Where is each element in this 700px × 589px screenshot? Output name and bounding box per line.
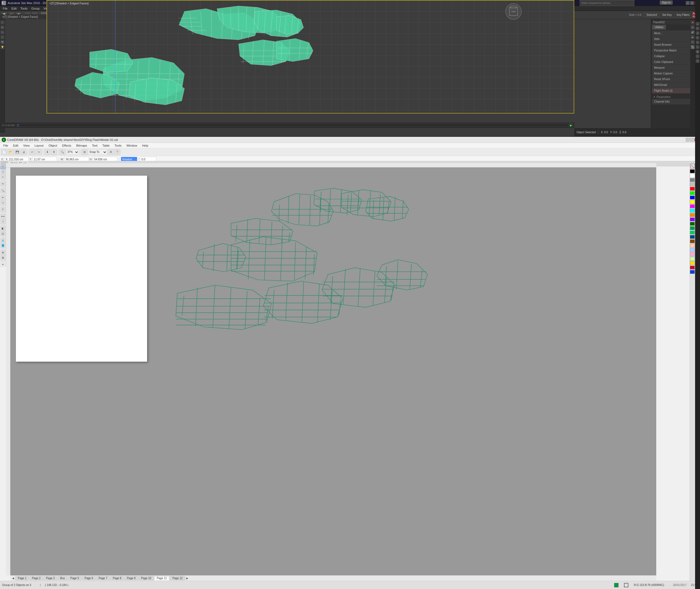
ri-display[interactable]: 👁 (690, 40, 695, 44)
tool-connector[interactable]: ⌇ (1, 219, 5, 224)
swatch-crimson[interactable] (690, 266, 695, 269)
frp-icon-7[interactable]: ▣ (696, 50, 699, 54)
cd-new[interactable]: 📄 (1, 149, 7, 155)
frp-icon-5[interactable]: ⊕ (696, 40, 699, 44)
tool-smart-draw[interactable]: ⟡ (1, 200, 5, 205)
page-tab-3[interactable]: Page 3 (43, 576, 57, 580)
cd-menu-object[interactable]: Object (46, 144, 59, 148)
fill-color-box[interactable] (614, 583, 619, 587)
tool-smudge[interactable]: ≈ (1, 175, 5, 179)
page-tab-2[interactable]: Page 2 (30, 576, 43, 580)
swatch-orange[interactable] (690, 213, 695, 217)
minimize-btn[interactable]: ─ (686, 1, 690, 5)
cd-snap-toggle[interactable]: ⊞ (81, 149, 87, 155)
menu-group[interactable]: Group (30, 7, 41, 10)
swatch-lightgreen[interactable] (690, 231, 695, 234)
tool-dim[interactable]: ⟺ (1, 214, 5, 219)
frp-icon-6[interactable]: ◎ (696, 45, 699, 49)
tool-mesh[interactable]: ⊞ (1, 255, 5, 260)
cd-print[interactable]: 🖨 (21, 149, 27, 155)
lt-camera[interactable]: 📷 (0, 40, 5, 44)
swatch-cyan[interactable] (690, 209, 695, 213)
tool-fill[interactable]: 🪣 (1, 243, 5, 248)
ri-hierarchy[interactable]: 🔗 (690, 30, 695, 34)
swatch-green[interactable] (690, 191, 695, 195)
menu-edit[interactable]: Edit (10, 7, 18, 10)
tool-transparency[interactable]: ◫ (1, 231, 5, 236)
tool-freehand[interactable]: ✏ (1, 195, 5, 200)
cd-menu-layout[interactable]: Layout (32, 144, 46, 148)
cd-help[interactable]: ? (114, 149, 120, 155)
tool-add[interactable]: + (1, 262, 5, 267)
timeline-track[interactable] (16, 124, 568, 127)
swatch-red[interactable] (690, 187, 695, 191)
cd-zoom-in[interactable]: 🔍 (59, 149, 65, 155)
tool-text[interactable]: T (1, 207, 5, 212)
ri-modify[interactable]: ⚙ (690, 25, 695, 29)
cd-menu-tools[interactable]: Tools (112, 144, 124, 148)
ri-create[interactable]: ✦ (690, 20, 695, 25)
tool-shape[interactable]: ⬡ (1, 169, 5, 174)
tool-ifill[interactable]: ⊗ (1, 250, 5, 255)
swatch-medgreen[interactable] (690, 226, 695, 230)
cd-options[interactable]: ⚙ (108, 149, 114, 155)
frp-icon-9[interactable]: ⚙ (696, 59, 699, 63)
page-tab-6[interactable]: Page 6 (82, 576, 96, 580)
cd-import[interactable]: ⬇ (44, 149, 50, 155)
3dsmax-viewport[interactable]: +[T] [Shaded + Edged Faces] TOP (46, 0, 574, 114)
cd-minimize[interactable]: ─ (686, 138, 690, 142)
tool-shadow[interactable]: ◧ (1, 226, 5, 231)
swatch-yellow[interactable] (690, 200, 695, 204)
page-next-btn[interactable]: ▶ (186, 576, 189, 580)
tool-eyedropper[interactable]: 💧 (1, 238, 5, 243)
swatch-peach[interactable] (690, 244, 695, 247)
lt-scale[interactable]: ⤡ (0, 35, 5, 39)
cd-zoom-select[interactable]: 37% 50% 100% (66, 149, 79, 155)
cd-open[interactable]: 📂 (8, 149, 14, 155)
swatch-brown[interactable] (690, 239, 695, 243)
no-fill-swatch[interactable] (690, 164, 695, 169)
page-tab-box[interactable]: Box (58, 576, 67, 580)
cd-canvas[interactable] (10, 167, 656, 575)
swatch-lime[interactable] (690, 257, 695, 261)
cd-menu-file[interactable]: File (1, 144, 10, 148)
cd-menu-window[interactable]: Window (124, 144, 139, 148)
frp-icon-4[interactable]: ⊗ (696, 36, 699, 40)
cd-undo[interactable]: ↩ (29, 149, 35, 155)
lt-move[interactable]: ✥ (0, 25, 5, 29)
cd-menu-help[interactable]: Help (140, 144, 151, 148)
swatch-magenta[interactable] (690, 204, 695, 208)
swatch-gold[interactable] (690, 261, 695, 265)
page-tab-7[interactable]: Page 7 (96, 576, 110, 580)
stroke-color-box[interactable] (624, 583, 628, 587)
tool-zoom[interactable]: 🔍 (1, 188, 5, 193)
cd-maximize[interactable]: □ (690, 138, 694, 142)
swatch-white[interactable] (690, 174, 695, 178)
page-tab-10[interactable]: Page 10 (139, 576, 154, 580)
page-tab-5[interactable]: Page 5 (68, 576, 81, 580)
swatch-black[interactable] (690, 169, 695, 173)
ri-motion[interactable]: ▶ (690, 35, 695, 39)
cd-export[interactable]: ⬆ (51, 149, 57, 155)
cd-redo[interactable]: ↪ (36, 149, 42, 155)
sign-in-btn[interactable]: Sign In (660, 1, 673, 5)
lt-light[interactable]: 💡 (0, 45, 5, 49)
ri-utilities[interactable]: 🔧 (690, 45, 695, 49)
page-tab-1[interactable]: Page 1 (15, 576, 29, 580)
swatch-pink[interactable] (690, 252, 695, 256)
frp-icon-3[interactable]: ◈ (696, 31, 699, 35)
cd-menu-edit[interactable]: Edit (11, 144, 20, 148)
menu-tools[interactable]: Tools (19, 7, 29, 10)
swatch-gray[interactable] (690, 178, 695, 182)
lt-rotate[interactable]: ↻ (0, 30, 5, 34)
frp-icon-1[interactable]: ▲ (696, 22, 699, 26)
swatch-skyblue[interactable] (690, 248, 695, 252)
page-tab-11[interactable]: Page 11 (154, 576, 169, 580)
frp-icon-8[interactable]: ⬡ (696, 54, 699, 58)
page-tab-12[interactable]: Page 12 (170, 576, 185, 580)
cd-menu-text[interactable]: Text (90, 144, 99, 148)
swatch-darkblue[interactable] (690, 235, 695, 239)
menu-file[interactable]: File (1, 7, 9, 10)
swatch-purple[interactable] (690, 217, 695, 221)
cd-menu-table[interactable]: Table (100, 144, 112, 148)
